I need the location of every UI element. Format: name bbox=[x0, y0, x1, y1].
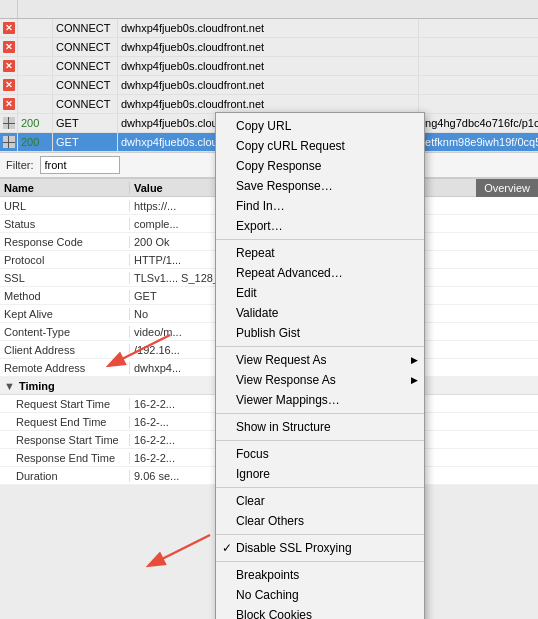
path-cell bbox=[418, 57, 538, 75]
path-cell: /ng4hg7dbc4o716fc/p1c bbox=[418, 114, 538, 132]
context-menu: Copy URLCopy cURL RequestCopy ResponseSa… bbox=[215, 112, 425, 619]
error-icon: ✕ bbox=[0, 19, 18, 37]
timing-prop-name: Request Start Time bbox=[12, 398, 130, 410]
timing-toggle: ▼ bbox=[4, 380, 15, 392]
method-cell: CONNECT bbox=[53, 19, 118, 37]
prop-name: Response Code bbox=[0, 236, 130, 248]
menu-separator bbox=[216, 346, 424, 347]
host-cell: dwhxp4fjueb0s.cloudfront.net bbox=[118, 95, 418, 113]
method-cell: CONNECT bbox=[53, 76, 118, 94]
error-icon: ✕ bbox=[0, 38, 18, 56]
menu-item[interactable]: Copy URL bbox=[216, 116, 424, 136]
overview-button[interactable]: Overview bbox=[476, 179, 538, 197]
status-code bbox=[18, 38, 53, 56]
path-cell bbox=[418, 38, 538, 56]
path-cell bbox=[418, 76, 538, 94]
prop-name: Remote Address bbox=[0, 362, 130, 374]
menu-separator bbox=[216, 534, 424, 535]
menu-item[interactable]: Disable SSL Proxying bbox=[216, 538, 424, 558]
timing-prop-name: Response End Time bbox=[12, 452, 130, 464]
method-cell: CONNECT bbox=[53, 57, 118, 75]
prop-name: URL bbox=[0, 200, 130, 212]
table-row[interactable]: ✕CONNECTdwhxp4fjueb0s.cloudfront.net bbox=[0, 57, 538, 76]
prop-name: Protocol bbox=[0, 254, 130, 266]
prop-name: Method bbox=[0, 290, 130, 302]
path-cell bbox=[418, 95, 538, 113]
method-cell: CONNECT bbox=[53, 95, 118, 113]
prop-col-name: Name bbox=[0, 182, 130, 194]
menu-item[interactable]: Viewer Mappings… bbox=[216, 390, 424, 410]
menu-item[interactable]: Find In… bbox=[216, 196, 424, 216]
menu-item[interactable]: Repeat bbox=[216, 243, 424, 263]
path-cell bbox=[418, 19, 538, 37]
menu-item[interactable]: Copy cURL Request bbox=[216, 136, 424, 156]
menu-item[interactable]: Ignore bbox=[216, 464, 424, 484]
error-icon: ✕ bbox=[0, 76, 18, 94]
method-cell: GET bbox=[53, 114, 118, 132]
timing-prop-name: Duration bbox=[12, 470, 130, 482]
status-code bbox=[18, 57, 53, 75]
menu-item[interactable]: Edit bbox=[216, 283, 424, 303]
menu-item[interactable]: Focus bbox=[216, 444, 424, 464]
menu-item[interactable]: Block Cookies bbox=[216, 605, 424, 619]
host-cell: dwhxp4fjueb0s.cloudfront.net bbox=[118, 19, 418, 37]
menu-item[interactable]: Breakpoints bbox=[216, 565, 424, 585]
timing-label: Timing bbox=[19, 380, 55, 392]
grid-icon bbox=[0, 133, 18, 151]
menu-item[interactable]: Clear bbox=[216, 491, 424, 511]
status-code bbox=[18, 19, 53, 37]
menu-item[interactable]: Save Response… bbox=[216, 176, 424, 196]
menu-item[interactable]: Repeat Advanced… bbox=[216, 263, 424, 283]
prop-name: SSL bbox=[0, 272, 130, 284]
table-header bbox=[0, 0, 538, 19]
method-cell: GET bbox=[53, 133, 118, 151]
filter-label: Filter: bbox=[6, 159, 34, 171]
prop-name: Content-Type bbox=[0, 326, 130, 338]
status-code: 200 bbox=[18, 114, 53, 132]
method-cell: CONNECT bbox=[53, 38, 118, 56]
timing-prop-name: Response Start Time bbox=[12, 434, 130, 446]
filter-input[interactable] bbox=[40, 156, 120, 174]
menu-item[interactable]: No Caching bbox=[216, 585, 424, 605]
svg-line-1 bbox=[150, 535, 210, 565]
status-code: 200 bbox=[18, 133, 53, 151]
prop-name: Kept Alive bbox=[0, 308, 130, 320]
status-code bbox=[18, 76, 53, 94]
menu-item[interactable]: Show in Structure bbox=[216, 417, 424, 437]
menu-separator bbox=[216, 413, 424, 414]
table-row[interactable]: ✕CONNECTdwhxp4fjueb0s.cloudfront.net bbox=[0, 19, 538, 38]
timing-prop-name: Request End Time bbox=[12, 416, 130, 428]
menu-item[interactable]: Validate bbox=[216, 303, 424, 323]
prop-name: Status bbox=[0, 218, 130, 230]
menu-separator bbox=[216, 487, 424, 488]
error-icon: ✕ bbox=[0, 57, 18, 75]
menu-item[interactable]: View Response As bbox=[216, 370, 424, 390]
menu-item[interactable]: Clear Others bbox=[216, 511, 424, 531]
menu-item[interactable]: View Request As bbox=[216, 350, 424, 370]
host-cell: dwhxp4fjueb0s.cloudfront.net bbox=[118, 38, 418, 56]
grid-icon bbox=[0, 114, 18, 132]
prop-name: Client Address bbox=[0, 344, 130, 356]
path-cell: /etfknm98e9iwh19f/0cq5 bbox=[418, 133, 538, 151]
menu-separator bbox=[216, 561, 424, 562]
table-row[interactable]: ✕CONNECTdwhxp4fjueb0s.cloudfront.net bbox=[0, 76, 538, 95]
host-cell: dwhxp4fjueb0s.cloudfront.net bbox=[118, 76, 418, 94]
error-icon: ✕ bbox=[0, 95, 18, 113]
menu-item[interactable]: Copy Response bbox=[216, 156, 424, 176]
red-arrow-2 bbox=[140, 530, 220, 570]
menu-separator bbox=[216, 440, 424, 441]
status-code bbox=[18, 95, 53, 113]
host-cell: dwhxp4fjueb0s.cloudfront.net bbox=[118, 57, 418, 75]
menu-item[interactable]: Publish Gist bbox=[216, 323, 424, 343]
menu-separator bbox=[216, 239, 424, 240]
table-row[interactable]: ✕CONNECTdwhxp4fjueb0s.cloudfront.net bbox=[0, 38, 538, 57]
menu-item[interactable]: Export… bbox=[216, 216, 424, 236]
